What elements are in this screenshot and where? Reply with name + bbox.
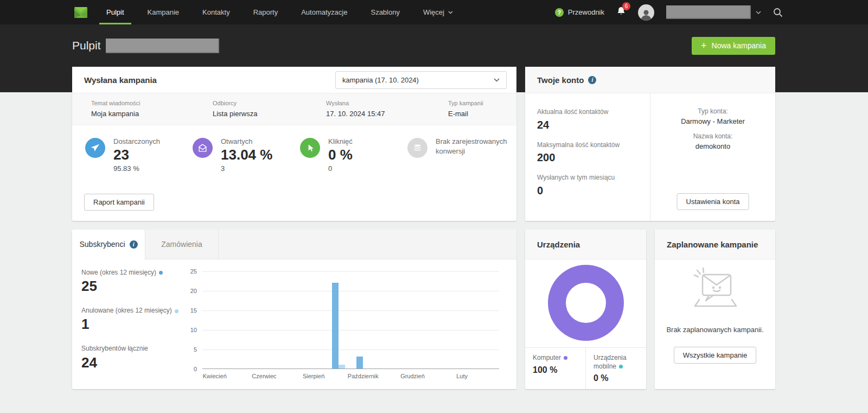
scheduled-campaigns-card: Zaplanowane kampanie Brak zaplanowanych … — [655, 230, 775, 389]
guide-button[interactable]: Przewodnik — [555, 8, 604, 17]
y-axis-label: 20 — [181, 288, 197, 294]
detail-label: Typ konta: — [681, 107, 745, 115]
meta-sent-date: Wysłana 17. 10. 2024 15:47 — [326, 100, 448, 118]
chart-bar-anulowane-wrzesień — [339, 365, 345, 368]
card-title: Twoje konto — [537, 75, 584, 85]
search-button[interactable] — [773, 8, 783, 17]
avatar[interactable] — [638, 4, 654, 21]
campaign-meta: Temat wiadomości Moja kampania Odbiorcy … — [72, 93, 516, 125]
account-body: Aktualna ilość kontaktów 24 Maksymalna i… — [525, 93, 775, 220]
account-menu[interactable] — [666, 5, 761, 19]
all-campaigns-button[interactable]: Wszystkie kampanie — [674, 347, 756, 364]
info-icon[interactable] — [588, 76, 596, 84]
subscribers-card: Subskrybenci Zamówienia Nowe (okres 12 m… — [72, 230, 516, 389]
stat-label: Kliknięć — [328, 137, 407, 147]
meta-value: E-mail — [448, 110, 483, 118]
notifications-badge: 6 — [622, 2, 630, 10]
stat-value: 25 — [81, 278, 186, 295]
sent-campaign-card: Wysłana kampania kampania (17. 10. 2024)… — [72, 67, 516, 221]
legend-label: Urządzenia mobilne — [593, 354, 642, 371]
page-subtitle-redacted — [106, 39, 219, 53]
tab-zamowienia[interactable]: Zamówienia — [145, 230, 219, 259]
account-stat-sent-this-month: Wysłanych w tym miesiącu 0 — [537, 174, 650, 197]
user-icon — [640, 8, 653, 21]
account-details: Typ konta: Darmowy - Marketer Nazwa kont… — [650, 93, 775, 220]
nav-item-raporty[interactable]: Raporty — [246, 0, 285, 24]
main-content: Pulpit Nowa kampania Wysłana kampania ka… — [72, 24, 775, 389]
legend-dot — [159, 271, 163, 275]
legend-dot — [175, 309, 178, 313]
meta-subject: Temat wiadomości Moja kampania — [91, 100, 213, 118]
search-icon — [773, 8, 783, 17]
header-right: Przewodnik 6 — [555, 4, 783, 21]
card-title: Urządzenia — [537, 240, 580, 249]
stat-label: Brak zarejestrowanych konwersji — [436, 137, 514, 156]
nav-item-pulpit[interactable]: Pulpit — [99, 0, 131, 24]
campaign-stats: Dostarczonych 23 95.83 % Otwartych — [72, 125, 516, 173]
nav-item-szablony[interactable]: Szablony — [363, 0, 406, 24]
card-title: Zaplanowane kampanie — [667, 240, 758, 249]
stat-sub-value: 95.83 % — [113, 164, 192, 173]
account-card: Twoje konto Aktualna ilość kontaktów 24 … — [525, 67, 775, 221]
envelope-open-icon — [193, 138, 213, 158]
stat-value: 24 — [81, 354, 186, 371]
page-head: Pulpit Nowa kampania — [72, 24, 775, 67]
y-axis-label: 15 — [181, 307, 197, 314]
app-logo-icon[interactable] — [74, 7, 87, 18]
page-title: Pulpit — [72, 39, 101, 52]
meta-value: Lista pierwsza — [213, 110, 326, 118]
x-axis-label: Październik — [348, 373, 379, 379]
nav-item-wiecej[interactable]: Więcej — [416, 0, 460, 24]
stat-label: Maksymalna ilość kontaktów — [537, 141, 650, 150]
x-axis-label: Czerwiec — [252, 373, 276, 379]
y-axis-label: 25 — [181, 268, 197, 275]
empty-campaigns-illustration — [685, 266, 745, 312]
nav-item-label: Więcej — [423, 8, 444, 16]
detail-value: Darmowy - Marketer — [681, 117, 745, 125]
meta-label: Wysłana — [326, 100, 448, 106]
stat-value: 200 — [537, 151, 650, 164]
notifications-button[interactable]: 6 — [616, 6, 626, 18]
devices-donut — [548, 265, 624, 341]
y-axis-label: 5 — [181, 346, 197, 353]
devices-legend: Komputer 100 % Urządzenia mobilne 0 % — [525, 347, 646, 389]
main-nav: Pulpit Kampanie Kontakty Raporty Automat… — [99, 0, 469, 24]
chevron-down-icon — [448, 11, 453, 14]
account-name-redacted — [666, 5, 751, 19]
stat-label: Aktualna ilość kontaktów — [537, 108, 650, 117]
nav-item-automatyzacje[interactable]: Automatyzacje — [294, 0, 354, 24]
stat-label: Wysłanych w tym miesiącu — [537, 174, 650, 182]
legend-value: 0 % — [593, 373, 642, 383]
donut-hole — [566, 283, 606, 323]
nav-item-kampanie[interactable]: Kampanie — [141, 0, 187, 24]
stat-opened: Otwartych 13.04 % 3 — [193, 137, 300, 173]
nav-item-kontakty[interactable]: Kontakty — [195, 0, 237, 24]
legend-dot — [619, 365, 623, 368]
chart-bar-nowe-październik — [356, 357, 363, 368]
tab-subskrybenci[interactable]: Subskrybenci — [72, 230, 145, 259]
tab-label: Zamówienia — [161, 240, 202, 249]
empty-state-text: Brak zaplanowanych kampanii. — [655, 326, 775, 334]
stat-total-subscribers: Subskrybentów łącznie 24 — [81, 344, 186, 371]
y-axis-label: 0 — [181, 366, 197, 372]
stat-cancelled-subscribers: Anulowane (okres 12 miesięcy) 1 — [81, 306, 186, 333]
subscribers-tabbar: Subskrybenci Zamówienia — [72, 230, 516, 259]
info-icon[interactable] — [130, 240, 138, 249]
campaign-report-button[interactable]: Raport kampanii — [84, 194, 154, 211]
legend-value: 100 % — [533, 365, 581, 375]
legend-dot — [564, 356, 567, 360]
subscribers-body: Nowe (okres 12 miesięcy) 25 Anulowane (o… — [72, 259, 516, 389]
legend-mobile: Urządzenia mobilne 0 % — [585, 348, 646, 389]
devices-card: Urządzenia Komputer 100 % Urządzenia mob… — [525, 230, 646, 389]
new-campaign-button[interactable]: Nowa kampania — [692, 37, 775, 55]
guide-label: Przewodnik — [568, 8, 604, 16]
y-axis-label: 10 — [181, 327, 197, 333]
stat-label: Subskrybentów łącznie — [81, 344, 186, 353]
account-settings-button[interactable]: Ustawienia konta — [677, 193, 749, 210]
question-icon — [555, 8, 564, 17]
stat-sub-value: 3 — [221, 164, 299, 173]
legend-label: Komputer — [533, 354, 581, 363]
campaign-select[interactable]: kampania (17. 10. 2024) — [335, 71, 507, 89]
gridline — [202, 291, 499, 291]
meta-label: Typ kampanii — [448, 100, 483, 106]
